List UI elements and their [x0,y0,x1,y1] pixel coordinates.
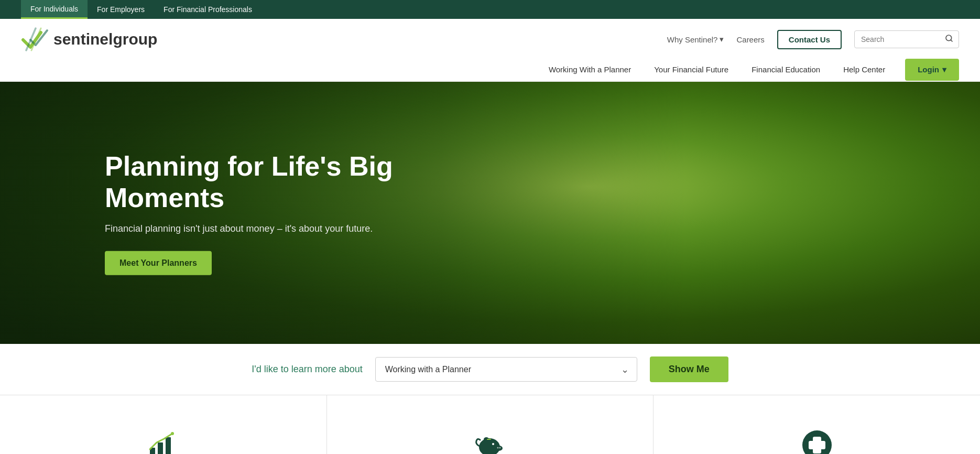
search-icon [945,34,953,42]
svg-point-9 [495,446,503,451]
learn-select-wrapper: Working with a Planner Retirement Planni… [375,357,637,382]
svg-rect-20 [809,441,825,449]
contact-us-button[interactable]: Contact Us [777,30,842,49]
learn-label: I'd like to learn more about [252,364,363,375]
search-input[interactable] [861,35,945,44]
learn-more-bar: I'd like to learn more about Working wit… [0,344,980,395]
search-box [854,30,959,48]
svg-point-13 [492,443,494,445]
cards-section: Working With a Planner [0,395,980,454]
nav-financial-education[interactable]: Financial Education [740,58,832,81]
piggy-icon [473,429,507,454]
main-nav: Working With a Planner Your Financial Fu… [21,58,959,81]
nav-your-financial-future[interactable]: Your Financial Future [643,58,740,81]
why-sentinel-dropdown[interactable]: Why Sentinel? ▾ [667,35,724,44]
svg-point-10 [497,447,499,449]
top-bar: For Individuals For Employers For Financ… [0,0,980,19]
topbar-financial-pros[interactable]: For Financial Professionals [154,0,262,19]
show-me-button[interactable]: Show Me [650,356,728,382]
medical-cross-icon [801,429,833,454]
card-retirement-planning[interactable]: Retirement Planning [327,395,654,454]
careers-link[interactable]: Careers [736,35,764,44]
chevron-down-icon: ▾ [720,35,724,44]
nav-help-center[interactable]: Help Center [832,58,897,81]
svg-point-7 [171,432,174,435]
header: sentinelgroup Why Sentinel? ▾ Careers Co… [0,19,980,82]
chart-icon [145,427,181,454]
card-working-with-planner[interactable]: Working With a Planner [0,395,327,454]
header-right: Why Sentinel? ▾ Careers Contact Us [667,30,959,49]
meet-planners-button[interactable]: Meet Your Planners [105,251,212,275]
logo[interactable]: sentinelgroup [21,25,157,53]
hero-section: Planning for Life's Big Moments Financia… [0,82,980,344]
svg-rect-6 [166,437,171,454]
svg-point-11 [499,447,501,449]
hero-content: Planning for Life's Big Moments Financia… [105,151,409,275]
svg-rect-5 [158,442,163,454]
hero-subtitle: Financial planning isn't just about mone… [105,223,409,234]
card-medical-expenses[interactable]: Medical Expenses [654,395,980,454]
medical-icon [799,427,835,454]
chevron-down-icon: ▾ [942,65,946,74]
piggy-bank-icon [472,427,508,454]
learn-topic-select[interactable]: Working with a Planner Retirement Planni… [375,357,637,382]
topbar-employers[interactable]: For Employers [88,0,154,19]
hero-title: Planning for Life's Big Moments [105,151,409,214]
nav-working-with-planner[interactable]: Working With a Planner [537,58,643,81]
svg-rect-14 [487,439,491,440]
topbar-individuals[interactable]: For Individuals [21,0,88,19]
login-button[interactable]: Login ▾ [905,59,959,81]
sentinel-logo-icon [21,25,49,53]
logo-text: sentinelgroup [53,30,157,48]
svg-line-3 [951,40,952,41]
search-icon-button[interactable] [945,34,953,45]
chart-bar-icon [147,429,179,454]
